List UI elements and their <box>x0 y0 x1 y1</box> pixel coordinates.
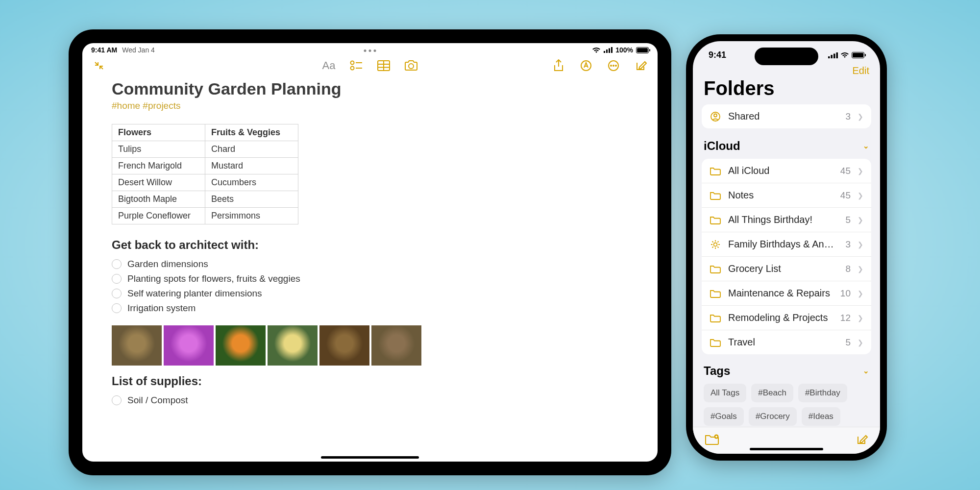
compose-icon[interactable] <box>856 433 868 446</box>
chevron-right-icon: ❯ <box>858 241 863 248</box>
folder-row[interactable]: Remodeling & Projects12❯ <box>702 305 871 330</box>
svg-point-15 <box>611 65 612 66</box>
shared-row[interactable]: Shared 3 ❯ <box>702 104 871 128</box>
table-row[interactable]: TulipsChard <box>112 141 298 158</box>
table-row[interactable]: Desert WillowCucumbers <box>112 174 298 191</box>
compose-icon[interactable] <box>634 59 648 73</box>
folder-row[interactable]: Grocery List8❯ <box>702 256 871 281</box>
chevron-right-icon: ❯ <box>858 167 863 175</box>
folder-icon <box>710 338 721 347</box>
svg-rect-21 <box>836 52 838 58</box>
checkbox-icon[interactable] <box>112 274 122 284</box>
camera-icon[interactable] <box>404 59 418 73</box>
tags-list: All Tags#Beach#Birthday#Goals#Grocery#Id… <box>693 381 880 429</box>
table-row[interactable]: Purple ConeflowerPersimmons <box>112 208 298 224</box>
tag-chip[interactable]: #Goals <box>704 407 744 426</box>
icloud-folder-list: All iCloud45❯Notes45❯All Things Birthday… <box>702 159 871 354</box>
svg-point-4 <box>351 61 354 65</box>
image-thumbnail[interactable] <box>164 325 214 366</box>
checklist-item[interactable]: Self watering planter dimensions <box>112 286 628 301</box>
chevron-right-icon: ❯ <box>858 192 863 199</box>
cellular-icon <box>828 52 838 58</box>
table-cell[interactable]: Desert Willow <box>112 174 205 191</box>
status-date: Wed Jan 4 <box>122 46 155 54</box>
more-icon[interactable] <box>607 59 620 73</box>
table-row[interactable]: French MarigoldMustard <box>112 158 298 174</box>
row-count: 12 <box>840 313 851 323</box>
checklist-item[interactable]: Irrigation system <box>112 301 628 316</box>
markup-icon[interactable] <box>579 59 593 73</box>
tag-chip[interactable]: #Grocery <box>749 407 797 426</box>
folder-row[interactable]: Travel5❯ <box>702 330 871 354</box>
ipad-screen: 9:41 AM Wed Jan 4 100% <box>82 43 658 462</box>
row-count: 5 <box>845 215 851 225</box>
folder-row[interactable]: Maintenance & Repairs10❯ <box>702 281 871 305</box>
table-header: Fruits & Veggies <box>205 124 298 141</box>
checklist-item[interactable]: Planting spots for flowers, fruits & veg… <box>112 271 628 286</box>
checklist-label: Soil / Compost <box>127 395 188 406</box>
table-cell[interactable]: Beets <box>205 191 298 208</box>
icloud-header[interactable]: iCloud ⌄ <box>693 136 880 156</box>
status-time: 9:41 <box>709 50 726 60</box>
plant-table[interactable]: FlowersFruits & Veggies TulipsChardFrenc… <box>112 124 298 224</box>
tag-chip[interactable]: #Ideas <box>802 407 840 426</box>
gear-icon <box>710 239 721 250</box>
table-cell[interactable]: Persimmons <box>205 208 298 224</box>
svg-rect-20 <box>833 53 835 58</box>
table-cell[interactable]: Cucumbers <box>205 174 298 191</box>
note-content[interactable]: Community Garden Planning #home #project… <box>82 79 658 408</box>
image-thumbnail[interactable] <box>371 325 421 366</box>
folder-icon <box>710 167 721 175</box>
table-row[interactable]: Bigtooth MapleBeets <box>112 191 298 208</box>
image-thumbnail[interactable] <box>112 325 162 366</box>
table-icon[interactable] <box>377 59 391 73</box>
checkbox-icon[interactable] <box>112 395 122 405</box>
tag-chip[interactable]: #Birthday <box>798 384 847 402</box>
architect-checklist[interactable]: Garden dimensionsPlanting spots for flow… <box>112 257 628 316</box>
image-thumbnail[interactable] <box>216 325 266 366</box>
edit-button[interactable]: Edit <box>853 65 869 76</box>
folder-row[interactable]: All Things Birthday!5❯ <box>702 207 871 232</box>
folder-row[interactable]: Notes45❯ <box>702 183 871 207</box>
checklist-item[interactable]: Garden dimensions <box>112 257 628 271</box>
ipad-device: 9:41 AM Wed Jan 4 100% <box>69 29 671 475</box>
tag-chip[interactable]: All Tags <box>704 384 746 402</box>
svg-point-17 <box>615 65 616 66</box>
row-label: Travel <box>728 337 838 348</box>
collapse-icon[interactable] <box>92 59 106 73</box>
checklist-icon[interactable] <box>349 59 363 73</box>
share-icon[interactable] <box>552 59 565 73</box>
table-cell[interactable]: French Marigold <box>112 158 205 174</box>
new-folder-icon[interactable] <box>705 434 719 445</box>
folder-row[interactable]: Family Birthdays & Anniversaries3❯ <box>702 232 871 256</box>
table-cell[interactable]: Bigtooth Maple <box>112 191 205 208</box>
checkbox-icon[interactable] <box>112 259 122 269</box>
tags-header[interactable]: Tags ⌄ <box>693 361 880 381</box>
table-cell[interactable]: Mustard <box>205 158 298 174</box>
image-thumbnail[interactable] <box>268 325 318 366</box>
home-indicator[interactable] <box>321 456 419 459</box>
table-cell[interactable]: Purple Coneflower <box>112 208 205 224</box>
checkbox-icon[interactable] <box>112 303 122 313</box>
row-label: Shared <box>728 111 838 122</box>
supplies-checklist[interactable]: Soil / Compost <box>112 393 628 408</box>
tag-chip[interactable]: #Beach <box>751 384 793 402</box>
row-label: Notes <box>728 190 833 201</box>
image-thumbnail[interactable] <box>319 325 369 366</box>
checklist-label: Irrigation system <box>127 303 196 314</box>
svg-rect-3 <box>611 47 612 53</box>
page-title: Folders <box>693 77 880 104</box>
note-tags[interactable]: #home #projects <box>112 100 628 111</box>
svg-rect-2 <box>609 49 610 53</box>
checklist-label: Planting spots for flowers, fruits & veg… <box>127 273 300 284</box>
image-thumbnails[interactable] <box>112 325 628 366</box>
checkbox-icon[interactable] <box>112 289 122 298</box>
multitasking-dots[interactable] <box>364 49 376 52</box>
text-format-icon[interactable]: Aa <box>322 59 336 73</box>
home-indicator[interactable] <box>750 448 823 450</box>
folder-row[interactable]: All iCloud45❯ <box>702 159 871 183</box>
checklist-item[interactable]: Soil / Compost <box>112 393 628 408</box>
table-cell[interactable]: Tulips <box>112 141 205 158</box>
table-cell[interactable]: Chard <box>205 141 298 158</box>
folder-icon <box>710 314 721 322</box>
